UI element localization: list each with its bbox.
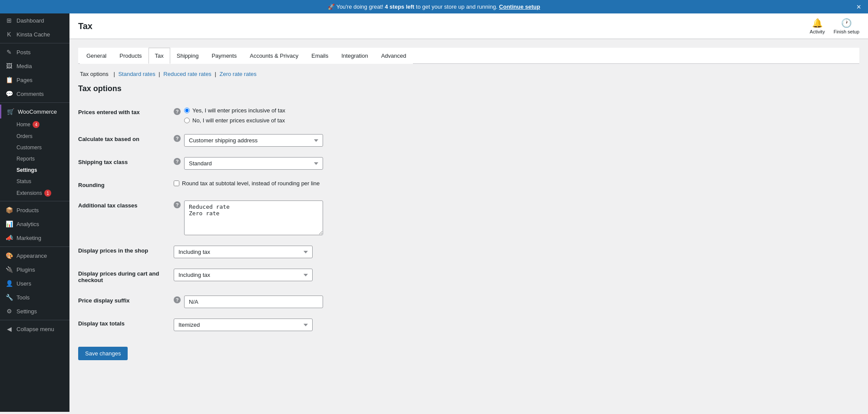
banner-close-button[interactable]: × [856, 3, 861, 11]
sidebar-item-tools[interactable]: 🔧 Tools [0, 290, 69, 304]
sidebar-item-kinsta-cache[interactable]: K Kinsta Cache [0, 27, 69, 41]
marketing-icon: 📣 [5, 234, 13, 241]
shipping-tax-class-select[interactable]: Standard Reduced rate Zero rate [184, 157, 323, 170]
display-prices-shop-select[interactable]: Including tax Excluding tax [174, 246, 313, 258]
finish-setup-icon: 🕐 [841, 18, 852, 28]
sidebar-item-appearance[interactable]: 🎨 Appearance [0, 249, 69, 263]
appearance-icon: 🎨 [5, 252, 13, 259]
collapse-icon: ◀ [5, 325, 13, 332]
tab-integration[interactable]: Integration [335, 48, 374, 64]
activity-button[interactable]: 🔔 Activity [810, 18, 825, 34]
rounding-row: Rounding Round tax at subtotal level, in… [78, 175, 859, 195]
sidebar-item-plugins[interactable]: 🔌 Plugins [0, 263, 69, 276]
top-banner: 🚀 You're doing great! 4 steps left to ge… [0, 0, 868, 13]
sidebar-sub-settings[interactable]: Settings [0, 164, 69, 176]
calculate-tax-row: Calculate tax based on ? Customer shippi… [78, 129, 859, 152]
rounding-label: Rounding [78, 182, 105, 188]
sidebar-label-posts: Posts [17, 49, 31, 56]
sidebar-label-kinsta: Kinsta Cache [17, 31, 50, 38]
breadcrumb-standard-rates[interactable]: Standard rates [118, 71, 155, 77]
prices-with-tax-control: Yes, I will enter prices inclusive of ta… [184, 107, 285, 124]
shipping-tax-class-label: Shipping tax class [78, 159, 128, 165]
sidebar-label-analytics: Analytics [17, 221, 39, 227]
settings-icon: ⚙ [5, 308, 13, 315]
plugins-icon: 🔌 [5, 266, 13, 273]
continue-setup-link[interactable]: Continue setup [499, 3, 540, 10]
sidebar-item-marketing[interactable]: 📣 Marketing [0, 231, 69, 245]
posts-icon: ✎ [5, 49, 13, 56]
rounding-field: Round tax at subtotal level, instead of … [174, 180, 859, 187]
sidebar-item-woocommerce[interactable]: 🛒 WooCommerce [0, 105, 69, 118]
tab-general[interactable]: General [80, 48, 113, 64]
main-content: Tax 🔔 Activity 🕐 Finish setup General Pr… [69, 13, 868, 412]
sidebar-sub-reports[interactable]: Reports [0, 153, 69, 164]
prices-with-tax-row: Prices entered with tax ? Yes, I will en… [78, 102, 859, 129]
sidebar: ⊞ Dashboard K Kinsta Cache ✎ Posts 🖼 Med… [0, 13, 69, 412]
display-tax-totals-row: Display tax totals Itemized As a single … [78, 313, 859, 336]
tab-shipping[interactable]: Shipping [170, 48, 205, 64]
tab-emails[interactable]: Emails [305, 48, 335, 64]
tab-accounts-privacy[interactable]: Accounts & Privacy [243, 48, 305, 64]
prices-with-tax-help-icon[interactable]: ? [174, 108, 181, 115]
sidebar-sub-status[interactable]: Status [0, 176, 69, 187]
tab-tax[interactable]: Tax [149, 48, 170, 64]
sidebar-sub-customers[interactable]: Customers [0, 142, 69, 153]
additional-tax-classes-label: Additional tax classes [78, 202, 138, 209]
sidebar-sub-home[interactable]: Home 4 [0, 118, 69, 131]
sidebar-item-collapse[interactable]: ◀ Collapse menu [0, 322, 69, 336]
sidebar-item-users[interactable]: 👤 Users [0, 276, 69, 290]
sidebar-item-analytics[interactable]: 📊 Analytics [0, 217, 69, 231]
page-content: General Products Tax Shipping Payments A… [69, 39, 868, 369]
tab-products[interactable]: Products [113, 48, 148, 64]
sidebar-label-tools: Tools [17, 294, 30, 301]
additional-tax-classes-textarea[interactable]: Reduced rate Zero rate [184, 200, 323, 235]
sidebar-label-media: Media [17, 63, 32, 69]
sidebar-sub-orders[interactable]: Orders [0, 131, 69, 142]
breadcrumb-root: Tax options [80, 71, 109, 77]
price-display-suffix-help-icon[interactable]: ? [174, 296, 181, 303]
sidebar-item-posts[interactable]: ✎ Posts [0, 45, 69, 59]
analytics-icon: 📊 [5, 220, 13, 227]
sidebar-item-comments[interactable]: 💬 Comments [0, 87, 69, 101]
display-tax-totals-select[interactable]: Itemized As a single total [174, 319, 313, 331]
sidebar-label-collapse: Collapse menu [17, 326, 54, 332]
sidebar-item-settings[interactable]: ⚙ Settings [0, 304, 69, 318]
shipping-tax-class-field: ? Standard Reduced rate Zero rate [174, 157, 859, 170]
price-display-suffix-row: Price display suffix ? [78, 290, 859, 313]
price-display-suffix-input[interactable] [184, 296, 323, 308]
extensions-badge: 1 [44, 190, 51, 197]
activity-label: Activity [810, 29, 825, 34]
additional-tax-classes-help-icon[interactable]: ? [174, 201, 181, 208]
calculate-tax-select[interactable]: Customer shipping address Customer billi… [184, 134, 323, 147]
kinsta-icon: K [5, 31, 13, 38]
display-prices-cart-field: Including tax Excluding tax [174, 269, 859, 281]
display-prices-cart-select[interactable]: Including tax Excluding tax [174, 269, 313, 281]
sidebar-item-products[interactable]: 📦 Products [0, 203, 69, 217]
display-prices-shop-row: Display prices in the shop Including tax… [78, 240, 859, 263]
sidebar-item-dashboard[interactable]: ⊞ Dashboard [0, 13, 69, 27]
breadcrumb-reduced-rates[interactable]: Reduced rate rates [163, 71, 211, 77]
radio-yes-label[interactable]: Yes, I will enter prices inclusive of ta… [184, 107, 285, 114]
rounding-checkbox-label[interactable]: Round tax at subtotal level, instead of … [174, 180, 320, 187]
sidebar-item-pages[interactable]: 📋 Pages [0, 73, 69, 87]
radio-no-input[interactable] [184, 118, 190, 123]
breadcrumb-zero-rates[interactable]: Zero rate rates [220, 71, 257, 77]
tab-advanced[interactable]: Advanced [375, 48, 413, 64]
sidebar-sub-extensions[interactable]: Extensions 1 [0, 187, 69, 199]
finish-setup-button[interactable]: 🕐 Finish setup [834, 18, 859, 34]
top-bar: Tax 🔔 Activity 🕐 Finish setup [69, 13, 868, 39]
page-title: Tax [78, 21, 92, 31]
sidebar-item-media[interactable]: 🖼 Media [0, 59, 69, 73]
shipping-tax-class-help-icon[interactable]: ? [174, 158, 181, 165]
radio-no-label[interactable]: No, I will enter prices exclusive of tax [184, 117, 285, 124]
additional-tax-classes-row: Additional tax classes ? Reduced rate Ze… [78, 195, 859, 240]
radio-yes-input[interactable] [184, 108, 190, 113]
activity-icon: 🔔 [812, 18, 823, 28]
save-section: Save changes [78, 347, 859, 360]
save-changes-button[interactable]: Save changes [78, 347, 128, 360]
calculate-tax-help-icon[interactable]: ? [174, 135, 181, 142]
display-prices-cart-row: Display prices during cart and checkout … [78, 263, 859, 290]
sidebar-divider-4 [0, 246, 69, 247]
tab-payments[interactable]: Payments [205, 48, 243, 64]
rounding-checkbox[interactable] [174, 181, 179, 186]
